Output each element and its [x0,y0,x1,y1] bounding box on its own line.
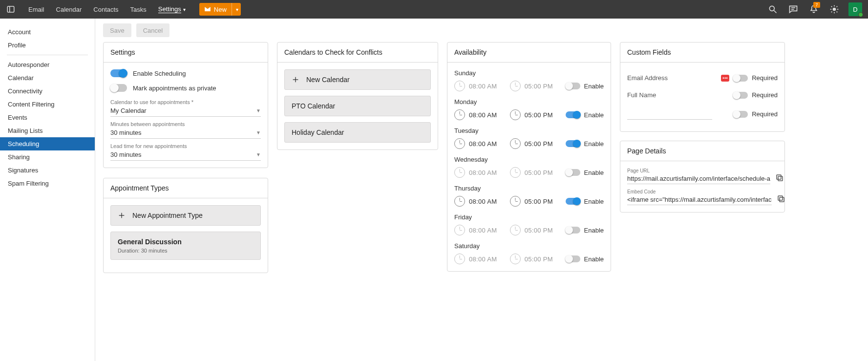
card-title: Appointment Types [104,178,268,198]
custom-field-required-toggle[interactable] [733,92,748,99]
add-calendar-button[interactable]: New Calendar [284,69,431,90]
mark-private-label: Mark appointments as private [133,85,216,92]
enable-label: Enable [584,83,604,90]
clock-icon [510,196,521,207]
sidebar-item-scheduling[interactable]: Scheduling [0,137,95,150]
clock-icon [454,196,465,207]
svg-line-14 [837,6,838,7]
search-icon[interactable] [764,0,781,19]
availability-tuesday-start[interactable]: 08:00 AM [454,138,505,149]
clock-icon [454,167,465,178]
custom-field-required-toggle[interactable] [733,111,748,118]
custom-field-name-input[interactable] [627,108,712,120]
clock-icon [510,81,521,91]
caret-down-icon: ▾ [236,7,238,12]
availability-monday-end[interactable]: 05:00 PM [510,109,561,120]
sidebar-item-autoresponder[interactable]: Autoresponder [0,58,95,71]
sidebar-item-signatures[interactable]: Signatures [0,164,95,177]
availability-sunday-start[interactable]: 08:00 AM [454,81,505,91]
conflict-calendar-item[interactable]: PTO Calendar [284,96,431,116]
availability-wednesday-start[interactable]: 08:00 AM [454,167,505,178]
appointment-type-item[interactable]: General Discussion Duration: 30 minutes [110,232,261,260]
clock-icon [510,167,521,178]
save-button[interactable]: Save [103,23,131,37]
clock-icon [510,138,521,149]
availability-thursday-start[interactable]: 08:00 AM [454,196,505,207]
enable-label: Enable [584,140,604,148]
sidebar-item-sharing[interactable]: Sharing [0,150,95,164]
nav-email[interactable]: Email [22,0,50,19]
availability-saturday-end[interactable]: 05:00 PM [510,254,561,264]
svg-point-2 [769,6,774,11]
minutes-between-select[interactable]: Minutes between appointments 30 minutes▼ [110,121,261,139]
card-title: Settings [104,42,268,63]
nav-settings[interactable]: Settings▾ [152,0,191,19]
collapse-sidebar-icon[interactable] [3,0,19,19]
sidebar-item-content-filtering[interactable]: Content Filtering [0,98,95,111]
availability-friday-end[interactable]: 05:00 PM [510,225,561,235]
cancel-button[interactable]: Cancel [136,23,169,37]
embed-code-field[interactable]: Embed Code <iframe src="https://mail.azc… [627,189,772,205]
mark-private-toggle[interactable] [110,84,127,92]
availability-day-label: Wednesday [454,156,604,163]
sidebar-item-calendar[interactable]: Calendar [0,71,95,85]
chevron-down-icon: ▼ [256,152,261,157]
appointment-type-name: General Discussion [118,238,182,246]
chevron-down-icon: ▼ [256,130,261,135]
custom-field-required-toggle[interactable] [733,75,748,82]
availability-saturday-start[interactable]: 08:00 AM [454,254,505,264]
calendar-select[interactable]: Calendar to use for appointments * My Ca… [110,99,261,117]
nav-contacts[interactable]: Contacts [87,0,124,19]
chat-icon[interactable] [785,0,802,19]
nav-tasks[interactable]: Tasks [125,0,152,19]
svg-line-11 [831,6,832,7]
availability-day-label: Friday [454,213,604,221]
new-button-dropdown[interactable]: ▾ [232,3,241,16]
main-content: Save Cancel Settings Enable Scheduling M… [95,19,868,361]
availability-day-label: Tuesday [454,127,604,134]
avatar[interactable]: D [848,2,862,16]
conflict-calendar-item[interactable]: Holiday Calendar [284,122,431,143]
custom-field-label: Email Address [627,74,668,82]
availability-thursday-end[interactable]: 05:00 PM [510,196,561,207]
sidebar-item-account[interactable]: Account [0,25,95,39]
svg-line-3 [774,11,777,13]
plus-icon [118,212,126,219]
availability-friday-start[interactable]: 08:00 AM [454,225,505,235]
clock-icon [510,225,521,235]
availability-friday-toggle[interactable] [566,227,580,234]
availability-wednesday-end[interactable]: 05:00 PM [510,167,561,178]
availability-tuesday-toggle[interactable] [566,140,580,147]
enable-scheduling-label: Enable Scheduling [133,70,186,77]
sidebar-item-events[interactable]: Events [0,111,95,124]
clock-icon [454,254,465,264]
new-button[interactable]: New [199,3,232,16]
availability-sunday-toggle[interactable] [566,83,580,89]
copy-url-button[interactable] [775,173,784,184]
enable-label: Enable [584,227,604,234]
enable-label: Enable [584,255,604,263]
availability-monday-start[interactable]: 08:00 AM [454,109,505,120]
availability-wednesday-toggle[interactable] [566,169,580,176]
clock-icon [454,138,465,149]
svg-rect-19 [778,176,783,181]
availability-sunday-end[interactable]: 05:00 PM [510,81,561,91]
required-label: Required [752,91,778,99]
notifications-icon[interactable]: 7 [805,0,822,19]
availability-saturday-toggle[interactable] [566,255,580,262]
sidebar-item-mailing-lists[interactable]: Mailing Lists [0,124,95,137]
availability-thursday-toggle[interactable] [566,198,580,205]
copy-embed-button[interactable] [777,194,785,205]
sidebar-item-connectivity[interactable]: Connectivity [0,85,95,98]
enable-scheduling-toggle[interactable] [110,69,127,77]
page-url-field[interactable]: Page URL https://mail.azcurtisfamily.com… [627,168,770,184]
card-title: Availability [447,42,611,63]
theme-toggle-icon[interactable] [826,0,843,19]
nav-calendar[interactable]: Calendar [50,0,88,19]
sidebar-item-spam-filtering[interactable]: Spam Filtering [0,177,95,190]
sidebar-item-profile[interactable]: Profile [0,39,95,52]
lead-time-select[interactable]: Lead time for new appointments 30 minute… [110,143,261,161]
availability-monday-toggle[interactable] [566,111,580,118]
availability-tuesday-end[interactable]: 05:00 PM [510,138,561,149]
add-appointment-type-button[interactable]: New Appointment Type [110,205,261,226]
